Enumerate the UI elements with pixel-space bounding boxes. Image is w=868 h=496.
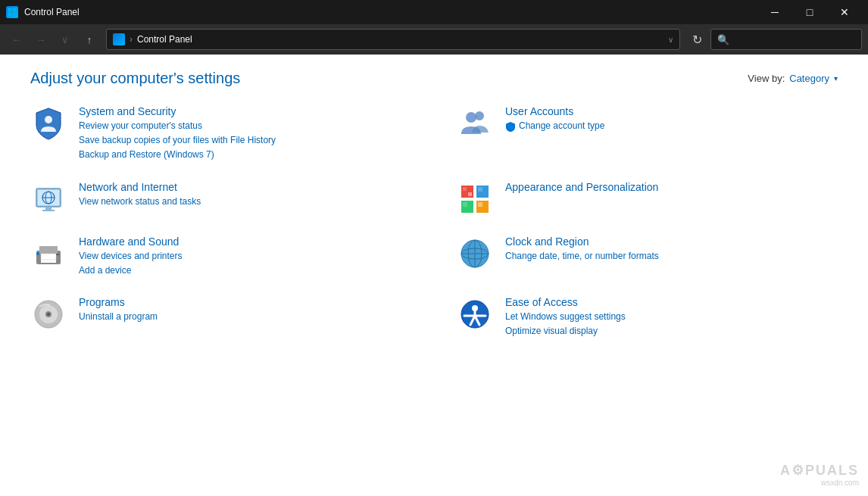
categories-grid: System and Security Review your computer…	[30, 105, 838, 357]
view-by-arrow[interactable]: ▾	[834, 74, 838, 83]
shield-small-icon	[505, 121, 516, 132]
clock-link-1[interactable]: Change date, time, or number formats	[505, 249, 838, 264]
watermark: A⚙PUALS wsxdn.com	[780, 462, 859, 487]
appearance-content: Appearance and Personalization	[505, 181, 838, 195]
appearance-title[interactable]: Appearance and Personalization	[505, 181, 838, 193]
programs-content: Programs Uninstall a program	[79, 296, 411, 324]
system-security-content: System and Security Review your computer…	[79, 105, 411, 163]
category-ease-of-access: Ease of Access Let Windows suggest setti…	[457, 296, 838, 338]
system-security-link-2[interactable]: Save backup copies of your files with Fi…	[79, 133, 411, 148]
svg-point-37	[47, 313, 50, 316]
clock-icon	[457, 236, 493, 272]
network-icon	[30, 181, 67, 217]
system-security-link-1[interactable]: Review your computer's status	[79, 119, 411, 133]
hardware-link-2[interactable]: Add a device	[79, 264, 411, 278]
svg-rect-13	[42, 210, 55, 211]
ease-of-access-title[interactable]: Ease of Access	[505, 296, 838, 308]
svg-point-4	[45, 116, 52, 123]
programs-icon	[30, 296, 67, 332]
ease-of-access-link-1[interactable]: Let Windows suggest settings	[505, 310, 838, 324]
category-network: Network and Internet View network status…	[30, 181, 411, 217]
address-dropdown-arrow[interactable]: ∨	[668, 36, 673, 44]
svg-rect-2	[8, 13, 12, 17]
hardware-icon	[30, 236, 67, 272]
programs-link-1[interactable]: Uninstall a program	[79, 310, 411, 324]
forward-button[interactable]: →	[30, 29, 52, 50]
svg-rect-24	[39, 246, 58, 254]
maximize-button[interactable]: □	[792, 0, 827, 24]
app-icon	[6, 6, 18, 18]
page-header: Adjust your computer's settings View by:…	[30, 70, 838, 87]
appearance-icon	[457, 181, 493, 217]
svg-rect-18	[463, 187, 467, 191]
user-accounts-icon	[457, 105, 493, 142]
user-accounts-title[interactable]: User Accounts	[505, 105, 838, 117]
category-user-accounts: User Accounts Change account type	[457, 105, 838, 163]
hardware-title[interactable]: Hardware and Sound	[79, 236, 411, 248]
view-by-value[interactable]: Category	[789, 73, 829, 84]
view-by-label: View by:	[748, 73, 785, 84]
svg-rect-0	[8, 8, 12, 12]
network-content: Network and Internet View network status…	[79, 181, 411, 209]
view-by-control: View by: Category ▾	[748, 73, 838, 84]
ease-of-access-icon	[457, 296, 493, 332]
svg-rect-22	[478, 202, 482, 207]
address-bar[interactable]: › Control Panel ∨	[106, 29, 680, 50]
ease-of-access-content: Ease of Access Let Windows suggest setti…	[505, 296, 838, 338]
svg-point-6	[475, 111, 484, 120]
svg-point-5	[466, 112, 476, 123]
svg-rect-19	[468, 192, 472, 196]
user-accounts-content: User Accounts Change account type	[505, 105, 838, 133]
titlebar-left: Control Panel	[6, 6, 80, 18]
ease-of-access-link-2[interactable]: Optimize visual display	[505, 324, 838, 338]
svg-rect-26	[36, 252, 39, 255]
address-folder-icon	[113, 33, 125, 45]
network-link-1[interactable]: View network status and tasks	[79, 195, 411, 209]
svg-rect-28	[41, 254, 56, 260]
hardware-link-1[interactable]: View devices and printers	[79, 249, 411, 264]
category-appearance: Appearance and Personalization	[457, 181, 838, 217]
titlebar: Control Panel ─ □ ✕	[0, 0, 868, 24]
category-clock: Clock and Region Change date, time, or n…	[457, 236, 838, 278]
network-title[interactable]: Network and Internet	[79, 181, 411, 193]
main-window: Adjust your computer's settings View by:…	[0, 55, 868, 496]
address-text: Control Panel	[137, 34, 192, 45]
category-system-security: System and Security Review your computer…	[30, 105, 411, 163]
category-programs: Programs Uninstall a program	[30, 296, 411, 338]
system-security-link-3[interactable]: Backup and Restore (Windows 7)	[79, 148, 411, 162]
path-separator: ›	[130, 34, 133, 45]
change-account-type-label: Change account type	[519, 119, 604, 133]
category-hardware: Hardware and Sound View devices and prin…	[30, 236, 411, 278]
clock-title[interactable]: Clock and Region	[505, 236, 838, 248]
back-button[interactable]: ←	[6, 29, 27, 50]
minimize-button[interactable]: ─	[757, 0, 792, 24]
svg-rect-12	[45, 207, 52, 210]
search-icon: 🔍	[717, 34, 729, 45]
svg-rect-1	[13, 8, 17, 12]
programs-title[interactable]: Programs	[79, 296, 411, 308]
search-box[interactable]: 🔍	[710, 29, 862, 50]
watermark-site: wsxdn.com	[780, 479, 859, 487]
page-title: Adjust your computer's settings	[30, 70, 240, 87]
hardware-content: Hardware and Sound View devices and prin…	[79, 236, 411, 278]
content-area: Adjust your computer's settings View by:…	[0, 55, 868, 496]
navbar: ← → ∨ ↑ › Control Panel ∨ ↻ 🔍	[0, 24, 868, 55]
watermark-logo: A⚙PUALS	[780, 462, 859, 479]
recent-locations-button[interactable]: ∨	[55, 29, 76, 50]
window-title: Control Panel	[24, 7, 80, 17]
system-security-title[interactable]: System and Security	[79, 105, 411, 117]
close-button[interactable]: ✕	[827, 0, 862, 24]
svg-rect-21	[478, 187, 482, 192]
system-security-icon	[30, 105, 67, 142]
window-controls: ─ □ ✕	[757, 0, 862, 24]
user-accounts-change-type[interactable]: Change account type	[505, 119, 838, 133]
clock-content: Clock and Region Change date, time, or n…	[505, 236, 838, 264]
refresh-button[interactable]: ↻	[686, 29, 707, 50]
up-button[interactable]: ↑	[79, 29, 100, 50]
svg-rect-20	[463, 202, 467, 207]
svg-rect-3	[13, 13, 17, 17]
